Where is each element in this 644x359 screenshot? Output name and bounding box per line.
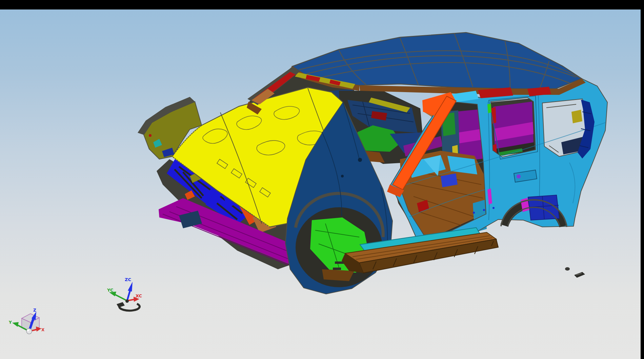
window-bracket-olive[interactable] <box>571 110 582 123</box>
arch-brown-lower[interactable] <box>322 269 354 281</box>
car-body-model: ZC YC XC Z Y X <box>0 9 641 359</box>
datum-csys[interactable]: Z Y X <box>8 308 45 334</box>
datum-y-arrowhead <box>12 322 19 327</box>
wcs-z-axis[interactable] <box>127 290 130 301</box>
rail-red-dot <box>149 134 152 137</box>
graphics-viewport[interactable]: ZC YC XC Z Y X <box>0 9 641 359</box>
wcs-triad[interactable]: ZC YC XC <box>107 277 142 311</box>
jack-pin-2 <box>333 268 341 270</box>
datum-y-label: Y <box>8 320 12 325</box>
wcs-z-arrowhead <box>128 282 133 292</box>
wcs-origin[interactable] <box>125 299 129 303</box>
b-pillar-outer-green <box>487 104 491 113</box>
debris-dot[interactable] <box>565 267 570 271</box>
debris-bracket[interactable] <box>574 272 585 278</box>
wcs-y-axis[interactable] <box>115 294 127 301</box>
wcs-x-label: XC <box>136 293 142 298</box>
datum-origin-sphere[interactable] <box>26 329 32 334</box>
wcs-base-foot <box>117 302 125 308</box>
datum-z-label: Z <box>33 308 36 313</box>
door-handle-violet <box>517 174 521 178</box>
datum-sphere-highlight <box>27 329 29 331</box>
rear-door-window-interior <box>491 98 536 158</box>
wcs-z-label: ZC <box>125 277 131 282</box>
jack-pin-1 <box>335 261 344 264</box>
datum-x-label: X <box>41 328 45 332</box>
wcs-y-label: YC <box>107 288 114 293</box>
debris-parts <box>565 267 585 278</box>
cad-application-window: ZC YC XC Z Y X <box>0 0 644 359</box>
